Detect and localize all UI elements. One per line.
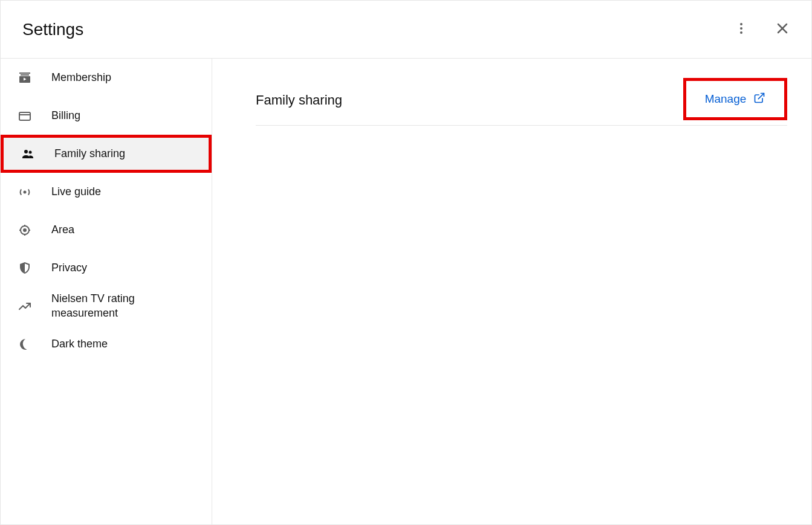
sidebar-item-label: Dark theme xyxy=(51,337,108,351)
people-icon xyxy=(21,147,35,161)
manage-highlight: Manage xyxy=(683,78,787,120)
manage-label: Manage xyxy=(705,92,747,106)
sidebar-item-label: Billing xyxy=(51,109,80,123)
svg-point-2 xyxy=(740,31,742,34)
trend-icon xyxy=(18,299,32,314)
moon-icon xyxy=(18,337,32,352)
sidebar-item-area[interactable]: Area xyxy=(1,211,212,249)
sidebar-item-dark-theme[interactable]: Dark theme xyxy=(1,325,212,363)
sidebar-item-label: Family sharing xyxy=(54,147,125,161)
sidebar: Membership Billing Family sharing Live g… xyxy=(1,59,212,524)
svg-point-10 xyxy=(29,150,32,153)
svg-line-18 xyxy=(759,93,764,98)
svg-rect-7 xyxy=(19,112,30,120)
sidebar-item-label: Privacy xyxy=(51,261,87,275)
section-title: Family sharing xyxy=(256,92,342,108)
card-icon xyxy=(18,109,32,123)
svg-point-0 xyxy=(740,23,742,25)
sidebar-item-membership[interactable]: Membership xyxy=(1,59,212,97)
sidebar-item-label: Nielsen TV rating measurement xyxy=(51,292,195,320)
svg-point-9 xyxy=(24,150,28,153)
sidebar-item-label: Membership xyxy=(51,71,111,85)
sidebar-item-privacy[interactable]: Privacy xyxy=(1,249,212,287)
content-area: Membership Billing Family sharing Live g… xyxy=(1,59,811,524)
svg-point-13 xyxy=(24,229,26,231)
sidebar-item-live-guide[interactable]: Live guide xyxy=(1,173,212,211)
header-actions xyxy=(729,18,794,42)
more-options-button[interactable] xyxy=(729,18,753,42)
close-button[interactable] xyxy=(770,18,794,42)
svg-point-11 xyxy=(24,190,27,193)
shield-icon xyxy=(18,261,32,275)
main-panel: Family sharing Manage xyxy=(212,59,811,524)
svg-point-1 xyxy=(740,27,742,30)
close-icon xyxy=(775,21,790,38)
page-title: Settings xyxy=(22,20,83,39)
location-icon xyxy=(18,223,32,237)
settings-header: Settings xyxy=(1,1,811,59)
broadcast-icon xyxy=(18,185,32,199)
svg-rect-5 xyxy=(19,72,30,74)
sidebar-item-nielsen[interactable]: Nielsen TV rating measurement xyxy=(1,287,212,325)
more-vertical-icon xyxy=(734,21,749,38)
subscription-icon xyxy=(18,71,32,85)
external-link-icon xyxy=(753,92,765,107)
sidebar-item-label: Live guide xyxy=(51,185,101,199)
sidebar-item-billing[interactable]: Billing xyxy=(1,97,212,135)
manage-link[interactable]: Manage xyxy=(699,88,772,111)
svg-rect-6 xyxy=(21,74,29,76)
sidebar-item-family-sharing[interactable]: Family sharing xyxy=(1,135,212,173)
sidebar-item-label: Area xyxy=(51,223,74,237)
